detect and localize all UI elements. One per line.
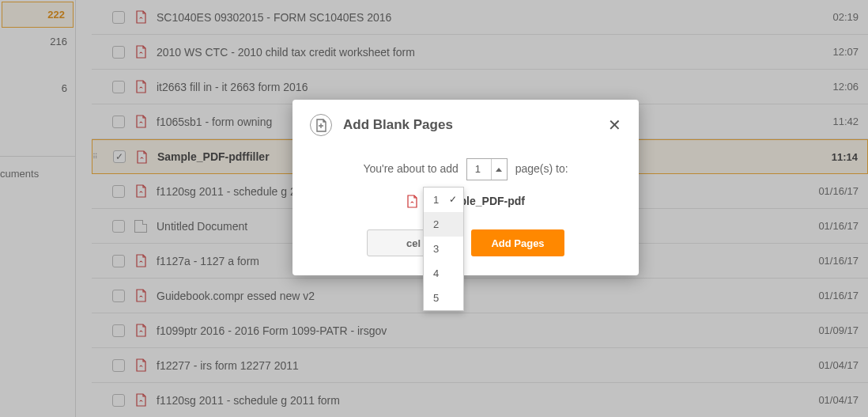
caret-up-icon (491, 159, 507, 180)
dropdown-option[interactable]: 3 (424, 237, 463, 261)
pdf-icon (406, 195, 419, 207)
select-value: 1 (475, 163, 481, 175)
page-count-dropdown[interactable]: 1✓2345 (423, 187, 464, 311)
modal-title: Add Blank Pages (343, 117, 608, 133)
close-button[interactable]: ✕ (608, 116, 621, 135)
dropdown-option[interactable]: 2 (424, 212, 463, 237)
add-pages-button[interactable]: Add Pages (471, 229, 564, 256)
dropdown-option[interactable]: 5 (424, 286, 463, 310)
button-row: cel Add Pages (313, 229, 618, 256)
page-count-select[interactable]: 1 (466, 158, 508, 180)
dropdown-option[interactable]: 4 (424, 261, 463, 286)
modal-body: You're about to add 1 page(s) to: Sample… (292, 150, 639, 275)
modal-header: Add Blank Pages ✕ (292, 100, 639, 150)
dropdown-option[interactable]: 1✓ (424, 188, 463, 212)
add-page-icon (310, 114, 332, 136)
add-blank-pages-modal: Add Blank Pages ✕ You're about to add 1 … (292, 100, 639, 275)
check-icon: ✓ (449, 194, 457, 205)
about-line: You're about to add 1 page(s) to: (313, 158, 618, 180)
target-file: Sample_PDF-pdf (313, 195, 618, 207)
